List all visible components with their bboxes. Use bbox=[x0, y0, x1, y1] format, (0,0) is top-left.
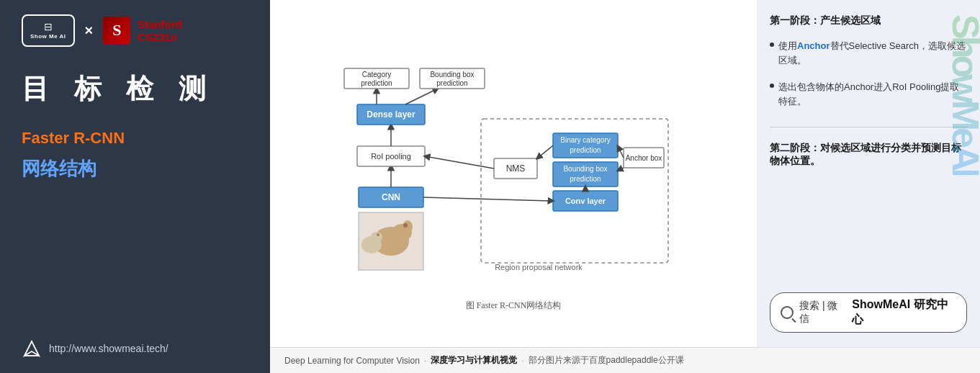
monitor-icon: ⊟ bbox=[44, 20, 53, 33]
watermark: ShowMeAI bbox=[944, 14, 980, 175]
footer-text1: Deep Learning for Computer Vision bbox=[284, 356, 420, 366]
right-panel: ShowMeAI 第一阶段：产生候选区域 使用Anchor替代Selective… bbox=[757, 0, 980, 347]
bullet-item-1: 使用Anchor替代Selective Search，选取候选区域。 bbox=[770, 39, 967, 67]
page-title: 目 标 检 测 bbox=[22, 71, 248, 107]
stanford-text: Stanford CS231n bbox=[138, 18, 182, 43]
faster-rcnn-diagram: CNN RoI pooling Dense layer Category pre… bbox=[337, 43, 690, 295]
stanford-course: CS231n bbox=[138, 31, 182, 43]
anchor-link: Anchor bbox=[797, 40, 830, 51]
svg-text:Bounding box: Bounding box bbox=[563, 165, 607, 173]
svg-text:Anchor box: Anchor box bbox=[626, 154, 662, 162]
main-content: CNN RoI pooling Dense layer Category pre… bbox=[270, 0, 980, 373]
footer: Deep Learning for Computer Vision · 深度学习… bbox=[270, 347, 980, 373]
search-icon bbox=[781, 306, 794, 319]
svg-point-6 bbox=[403, 223, 408, 228]
svg-line-22 bbox=[405, 89, 438, 104]
svg-text:Dense layer: Dense layer bbox=[367, 109, 415, 120]
footer-text3: 部分图片来源于百度paddlepaddle公开课 bbox=[529, 354, 684, 367]
website-url: http://www.showmeai.tech/ bbox=[49, 343, 168, 354]
svg-point-8 bbox=[371, 232, 382, 242]
svg-text:prediction: prediction bbox=[361, 79, 392, 87]
phase2-title: 第二阶段：对候选区域进行分类并预测目标物体位置。 bbox=[770, 142, 967, 168]
phase-divider bbox=[770, 127, 967, 127]
svg-text:Bounding box: Bounding box bbox=[430, 71, 474, 78]
stanford-s-logo: S bbox=[103, 17, 130, 44]
bullet-dot-2 bbox=[770, 84, 774, 88]
footer-text2: 深度学习与计算机视觉 bbox=[431, 354, 517, 367]
sidebar: ⊟ Show Me AI × S Stanford CS231n 目 标 检 测… bbox=[0, 0, 270, 373]
svg-text:Region proposal network: Region proposal network bbox=[495, 263, 583, 271]
svg-text:prediction: prediction bbox=[570, 146, 601, 154]
svg-text:prediction: prediction bbox=[436, 79, 467, 87]
search-brand: ShowMeAI 研究中心 bbox=[852, 297, 956, 328]
slide-area: CNN RoI pooling Dense layer Category pre… bbox=[270, 0, 980, 347]
diagram-caption: 图 Faster R-CNN网络结构 bbox=[466, 300, 562, 312]
svg-line-33 bbox=[425, 156, 494, 168]
bullet-item-2: 选出包含物体的Anchor进入RoI Pooling提取特征。 bbox=[770, 80, 967, 108]
showmeai-logo: ⊟ Show Me AI bbox=[22, 14, 75, 47]
x-separator: × bbox=[85, 22, 94, 39]
footer-dot2: · bbox=[521, 356, 523, 366]
diagram-section: CNN RoI pooling Dense layer Category pre… bbox=[270, 0, 757, 347]
svg-line-44 bbox=[618, 146, 624, 158]
svg-marker-0 bbox=[24, 341, 39, 356]
svg-line-30 bbox=[423, 197, 553, 201]
svg-text:Conv layer: Conv layer bbox=[565, 197, 606, 205]
svg-text:prediction: prediction bbox=[570, 175, 601, 183]
navigation-icon bbox=[22, 338, 42, 359]
svg-line-45 bbox=[618, 168, 624, 171]
search-bar[interactable]: 搜索 | 微信 ShowMeAI 研究中心 bbox=[770, 292, 967, 333]
svg-text:Category: Category bbox=[362, 71, 392, 78]
svg-text:RoI pooling: RoI pooling bbox=[371, 152, 411, 161]
bullet-dot-1 bbox=[770, 42, 774, 47]
footer-dot1: · bbox=[424, 356, 426, 366]
stanford-name: Stanford bbox=[138, 18, 182, 31]
svg-line-43 bbox=[537, 145, 553, 158]
bullet-text-2: 选出包含物体的Anchor进入RoI Pooling提取特征。 bbox=[778, 80, 967, 108]
bullet-text-1: 使用Anchor替代Selective Search，选取候选区域。 bbox=[778, 39, 967, 67]
phase1-title: 第一阶段：产生候选区域 bbox=[770, 14, 967, 27]
subtitle1: Faster R-CNN bbox=[22, 129, 248, 148]
subtitle2: 网络结构 bbox=[22, 156, 248, 181]
svg-text:NMS: NMS bbox=[506, 163, 526, 174]
svg-text:CNN: CNN bbox=[382, 192, 400, 202]
website-row: http://www.showmeai.tech/ bbox=[22, 338, 248, 359]
showmeai-label: Show Me AI bbox=[30, 33, 66, 40]
svg-text:Binary category: Binary category bbox=[560, 136, 610, 144]
search-label: 搜索 | 微信 bbox=[799, 300, 846, 325]
logo-area: ⊟ Show Me AI × S Stanford CS231n bbox=[22, 14, 248, 47]
svg-point-9 bbox=[377, 233, 379, 236]
